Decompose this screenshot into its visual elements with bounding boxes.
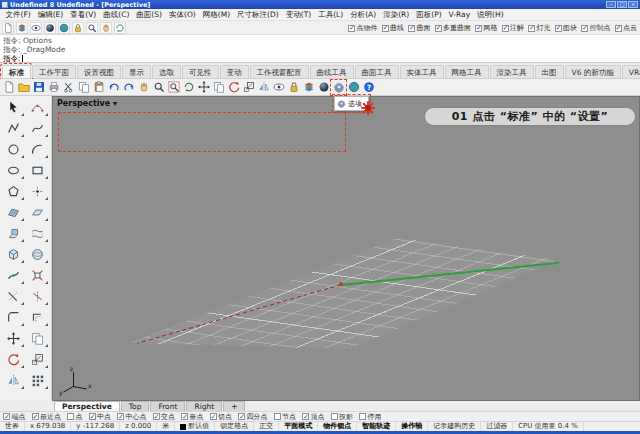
mirror-icon[interactable] xyxy=(1,370,26,391)
move-icon[interactable] xyxy=(197,81,210,94)
render-material-icon[interactable] xyxy=(317,81,330,94)
arc-icon[interactable] xyxy=(26,139,51,160)
viewport-tab-perspective[interactable]: Perspective xyxy=(54,401,120,411)
osnap-投影[interactable]: 投影 xyxy=(331,412,354,422)
scale-icon[interactable] xyxy=(26,349,51,370)
open-file-icon[interactable] xyxy=(17,81,30,94)
toolbar-tab[interactable]: 实体工具 xyxy=(400,65,444,78)
osnap-中点[interactable]: 中点 xyxy=(89,412,112,422)
checkbox[interactable] xyxy=(274,413,281,420)
polygon-icon[interactable] xyxy=(1,181,26,202)
osnap-最近点[interactable]: 最近点 xyxy=(32,412,62,422)
rotate-view-icon[interactable] xyxy=(182,81,195,94)
menu-item[interactable]: 面板(P) xyxy=(413,10,445,20)
paste-icon[interactable] xyxy=(92,81,105,94)
toolbar-tab[interactable]: V6 的新功能 xyxy=(565,65,621,78)
menu-item[interactable]: 曲线(C) xyxy=(100,10,133,20)
menu-item[interactable]: 编辑(E) xyxy=(34,10,67,20)
pan-icon[interactable] xyxy=(100,22,112,34)
copy-icon[interactable] xyxy=(26,328,51,349)
osnap-端点[interactable]: 端点 xyxy=(3,412,26,422)
plane-icon[interactable] xyxy=(26,202,51,223)
options-gear-icon[interactable] xyxy=(332,81,345,94)
copy-icon[interactable] xyxy=(77,81,90,94)
window-control-button[interactable]: – xyxy=(606,1,616,8)
toolbar-tab[interactable]: 变动 xyxy=(220,65,249,78)
polyline-icon[interactable] xyxy=(1,118,26,139)
status-cell[interactable]: 正交 xyxy=(254,422,279,431)
selection-filter-多重曲面[interactable]: 多重曲面 xyxy=(435,23,472,33)
rotate-icon[interactable] xyxy=(227,81,240,94)
menu-item[interactable]: 查看(V) xyxy=(67,10,100,20)
checkbox-checked[interactable] xyxy=(615,25,622,32)
checkbox-checked[interactable] xyxy=(153,413,160,420)
checkbox-checked[interactable] xyxy=(181,413,188,420)
menu-item[interactable]: 分析(A) xyxy=(347,10,380,20)
menu-item[interactable]: 曲面(S) xyxy=(133,10,166,20)
checkbox[interactable] xyxy=(359,413,366,420)
menu-item[interactable]: 实体(O) xyxy=(165,10,199,20)
rotate-view-icon[interactable] xyxy=(114,22,126,34)
checkbox-checked[interactable] xyxy=(210,413,217,420)
toolbar-tab[interactable]: 曲面工具 xyxy=(355,65,399,78)
toolbar-tab[interactable]: 工作视窗配置 xyxy=(250,65,309,78)
new-viewport-tab[interactable]: + xyxy=(223,401,245,411)
checkbox-checked[interactable] xyxy=(3,413,10,420)
selection-filter-图块[interactable]: 图块 xyxy=(555,23,578,33)
array-icon[interactable] xyxy=(26,370,51,391)
toolbar-tab[interactable]: 选取 xyxy=(152,65,181,78)
ellipse-icon[interactable] xyxy=(1,160,26,181)
osnap-垂点[interactable]: 垂点 xyxy=(181,412,204,422)
hide-object-icon[interactable] xyxy=(272,81,285,94)
fillet-icon[interactable] xyxy=(1,307,26,328)
toolbar-tab[interactable]: 显示 xyxy=(122,65,151,78)
redo-icon[interactable] xyxy=(122,81,135,94)
layers-icon[interactable] xyxy=(302,81,315,94)
status-cell[interactable]: 操作轴 xyxy=(396,422,428,431)
materials-icon[interactable] xyxy=(44,22,56,34)
web-browser-icon[interactable] xyxy=(347,81,360,94)
checkbox-checked[interactable] xyxy=(382,25,389,32)
selection-filter-点物件[interactable]: 点物件 xyxy=(348,23,378,33)
join-icon[interactable] xyxy=(1,265,26,286)
cut-icon[interactable] xyxy=(62,81,75,94)
checkbox-checked[interactable] xyxy=(32,413,39,420)
toolbar-tab[interactable]: 渲染工具 xyxy=(490,65,534,78)
offset-icon[interactable] xyxy=(26,307,51,328)
viewport-title[interactable]: Perspective ▾ xyxy=(57,99,117,108)
move-icon[interactable] xyxy=(1,328,26,349)
rectangle-icon[interactable] xyxy=(26,160,51,181)
toolbar-tab[interactable]: 出图 xyxy=(535,65,564,78)
command-input[interactable]: 指令: xyxy=(3,54,637,63)
checkbox[interactable] xyxy=(331,413,338,420)
status-cell[interactable]: 智能轨迹 xyxy=(357,422,396,431)
lock-object-icon[interactable] xyxy=(287,81,300,94)
toolbar-tab[interactable]: 工作平面 xyxy=(32,65,76,78)
toolbar-tab[interactable]: 曲线工具 xyxy=(310,65,354,78)
undo-icon[interactable] xyxy=(107,81,120,94)
lock-icon[interactable] xyxy=(72,22,84,34)
status-cell[interactable]: 平面模式 xyxy=(279,422,318,431)
status-cell[interactable]: 默认值 xyxy=(175,422,215,431)
status-cell[interactable]: 记录建构历史 xyxy=(428,422,481,431)
new-file-icon[interactable] xyxy=(2,81,15,94)
osnap-停用[interactable]: 停用 xyxy=(359,412,382,422)
checkbox-checked[interactable] xyxy=(435,25,442,32)
mirror-icon[interactable] xyxy=(257,81,270,94)
osnap-四分点[interactable]: 四分点 xyxy=(238,412,268,422)
toolbar-tab[interactable]: 标准 xyxy=(2,65,31,78)
menu-item[interactable]: 文件(F) xyxy=(2,10,34,20)
surface-icon[interactable] xyxy=(1,202,26,223)
osnap-切点[interactable]: 切点 xyxy=(210,412,233,422)
window-control-button[interactable]: □ xyxy=(617,1,627,8)
menu-item[interactable]: 尺寸标注(D) xyxy=(234,10,283,20)
viewport-tab-top[interactable]: Top xyxy=(121,401,150,411)
status-cell[interactable]: 物件锁点 xyxy=(318,422,357,431)
selection-filter-控制点[interactable]: 控制点 xyxy=(581,23,611,33)
window-control-button[interactable]: × xyxy=(628,1,638,8)
perspective-viewport[interactable]: Perspective ▾ 01 点击 “标准” 中的 “设置” z x y xyxy=(52,96,640,401)
checkbox-checked[interactable] xyxy=(475,25,482,32)
osnap-节点[interactable]: 节点 xyxy=(274,412,297,422)
zoom-extents-icon[interactable] xyxy=(167,81,180,94)
osnap-顶点[interactable]: 顶点 xyxy=(302,412,325,422)
